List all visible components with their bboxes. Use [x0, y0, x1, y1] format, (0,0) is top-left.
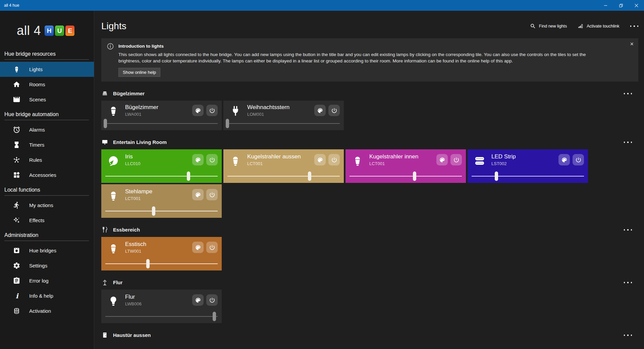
light-tile-iris[interactable]: Iris LLC010 — [101, 149, 222, 183]
window-title: all 4 hue — [0, 3, 598, 8]
restore-button[interactable] — [613, 0, 629, 11]
logo-text: all 4 — [17, 23, 41, 38]
slider-thumb[interactable] — [495, 171, 498, 181]
brightness-slider[interactable] — [105, 118, 218, 129]
power-button[interactable] — [206, 105, 218, 116]
color-button[interactable] — [192, 189, 204, 200]
group-menu-button[interactable] — [624, 227, 632, 233]
minimize-icon — [604, 4, 607, 7]
widgets-icon — [13, 171, 20, 179]
palette-icon — [561, 157, 568, 163]
light-group-buegelzimmer: Bügelzimmer Bügelzimmer LWA001 — [101, 90, 638, 130]
group-menu-button[interactable] — [624, 333, 632, 338]
power-button[interactable] — [206, 242, 218, 253]
sidebar-item-accessories[interactable]: Accessories — [0, 167, 94, 183]
power-button[interactable] — [206, 294, 218, 306]
brightness-slider[interactable] — [105, 171, 218, 181]
sidebar-item-scenes[interactable]: Scenes — [0, 92, 94, 107]
palette-icon — [317, 157, 323, 163]
power-button[interactable] — [450, 154, 462, 165]
slider-thumb[interactable] — [213, 312, 216, 321]
group-menu-button[interactable] — [624, 91, 632, 96]
power-button[interactable] — [206, 154, 218, 165]
close-button[interactable] — [629, 0, 644, 11]
light-tile-esstisch[interactable]: Esstisch LTW001 — [101, 237, 222, 270]
slider-thumb[interactable] — [146, 259, 150, 268]
sidebar-item-my-actions[interactable]: My actions — [0, 198, 94, 213]
slider-track — [227, 123, 340, 124]
light-name: Stehlampe — [125, 188, 192, 195]
brightness-slider[interactable] — [227, 118, 340, 129]
clapperboard-icon — [13, 96, 20, 103]
toolbar: Find new lights Activate touchlink — [530, 23, 638, 29]
slider-thumb[interactable] — [187, 171, 190, 181]
slider-track — [227, 176, 340, 177]
color-button[interactable] — [436, 154, 448, 165]
sidebar-item-activation[interactable]: Activation — [0, 303, 94, 318]
sidebar-item-label: Settings — [29, 263, 47, 268]
palette-icon — [317, 107, 323, 114]
palette-icon — [195, 297, 201, 303]
spot-bulb-icon — [352, 153, 364, 169]
light-group-flur: Flur Flur LWB006 — [101, 279, 638, 323]
light-tile-led-strip[interactable]: LED Strip LST002 — [468, 149, 588, 183]
more-options-button[interactable] — [630, 23, 639, 29]
color-button[interactable] — [192, 105, 204, 116]
brightness-slider[interactable] — [350, 171, 462, 181]
color-button[interactable] — [558, 154, 570, 165]
power-icon — [575, 157, 582, 163]
brightness-slider[interactable] — [472, 171, 584, 181]
group-title: Haustür aussen — [113, 332, 151, 338]
light-tile-flur[interactable]: Flur LWB006 — [101, 290, 222, 323]
sidebar-item-lights[interactable]: Lights — [0, 62, 94, 77]
spot-bulb-icon — [107, 104, 119, 118]
group-menu-button[interactable] — [624, 280, 632, 285]
brightness-slider[interactable] — [105, 311, 218, 321]
palette-icon — [439, 157, 445, 163]
sidebar-item-timers[interactable]: Timers — [0, 137, 94, 152]
brightness-slider[interactable] — [105, 259, 218, 269]
power-button[interactable] — [328, 154, 340, 165]
slider-thumb[interactable] — [152, 206, 155, 216]
color-button[interactable] — [192, 294, 204, 306]
group-menu-button[interactable] — [624, 140, 632, 145]
sidebar-item-effects[interactable]: Effects — [0, 213, 94, 228]
sidebar-item-label: Accessories — [29, 172, 56, 178]
sidebar-item-info-help[interactable]: Info & help — [0, 288, 94, 303]
slider-track — [105, 316, 218, 317]
slider-thumb[interactable] — [226, 119, 229, 128]
coat-rack-icon — [101, 279, 108, 286]
slider-thumb[interactable] — [104, 119, 107, 128]
slider-thumb[interactable] — [413, 171, 416, 181]
slider-thumb[interactable] — [308, 171, 311, 181]
color-button[interactable] — [192, 242, 204, 253]
color-button[interactable] — [314, 105, 326, 116]
light-tile-weihnachtsstern[interactable]: Weihnachtsstern LOM001 — [223, 101, 344, 130]
color-button[interactable] — [192, 154, 204, 165]
show-online-help-button[interactable]: Show online help — [118, 68, 160, 77]
find-new-lights-button[interactable]: Find new lights — [530, 23, 567, 29]
sidebar-item-error-log[interactable]: Error log — [0, 273, 94, 288]
power-button[interactable] — [328, 105, 340, 116]
light-name: Kugelstrahler aussen — [247, 153, 314, 160]
sidebar-item-rooms[interactable]: Rooms — [0, 77, 94, 92]
minimize-button[interactable] — [598, 0, 613, 11]
power-button[interactable] — [206, 189, 218, 200]
light-tile-kugelstrahler-innen[interactable]: Kugelstrahler innen LCT001 — [345, 149, 466, 183]
sidebar-item-hue-bridges[interactable]: Hue bridges — [0, 243, 94, 258]
light-model: LCT001 — [247, 161, 314, 166]
sidebar-item-alarms[interactable]: Alarms — [0, 122, 94, 137]
activate-touchlink-button[interactable]: Activate touchlink — [578, 23, 619, 29]
light-tile-stehlampe[interactable]: Stehlampe LCT001 — [101, 184, 222, 218]
brightness-slider[interactable] — [227, 171, 340, 181]
light-tile-buegelzimmer[interactable]: Bügelzimmer LWA001 — [101, 101, 222, 130]
power-button[interactable] — [573, 154, 584, 165]
light-group-haustuer-aussen: Haustür aussen — [101, 332, 638, 339]
banner-close-button[interactable]: × — [630, 41, 634, 47]
sidebar-item-settings[interactable]: Settings — [0, 258, 94, 273]
brightness-slider[interactable] — [105, 206, 218, 216]
power-icon — [209, 192, 215, 198]
light-tile-kugelstrahler-aussen[interactable]: Kugelstrahler aussen LCT001 — [223, 149, 344, 183]
sidebar-item-rules[interactable]: Rules — [0, 152, 94, 167]
color-button[interactable] — [314, 154, 326, 165]
